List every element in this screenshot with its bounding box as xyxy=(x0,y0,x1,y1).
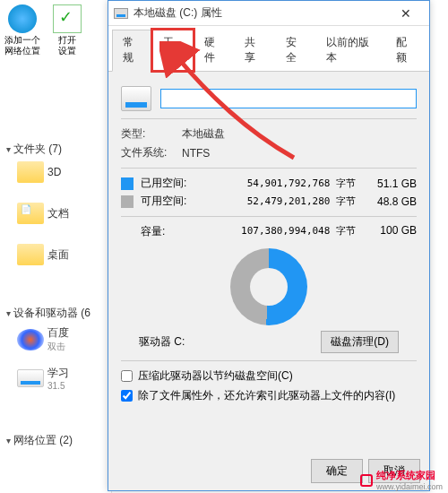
chevron-down-icon: ▾ xyxy=(6,308,11,318)
free-bytes: 52,479,201,280 字节 xyxy=(198,195,366,208)
used-human: 51.1 GB xyxy=(366,177,417,190)
capacity-human: 100 GB xyxy=(366,224,417,239)
folder-icon xyxy=(17,161,44,183)
add-network-location-button[interactable]: 添加一个 网络位置 xyxy=(0,0,45,63)
volume-name-input[interactable] xyxy=(160,89,417,108)
divider xyxy=(121,216,417,217)
chevron-down-icon: ▾ xyxy=(6,144,11,154)
network-location-section-header[interactable]: ▾网络位置 (2) xyxy=(4,430,108,451)
filesystem-label: 文件系统: xyxy=(121,145,182,160)
section-label: 文件夹 (7) xyxy=(13,142,62,157)
capacity-label: 容量: xyxy=(141,224,198,239)
tabstrip: 常规 工具 硬件 共享 安全 以前的版本 配额 xyxy=(108,26,429,72)
globe-plus-icon xyxy=(8,4,37,33)
watermark-url: www.yidaimei.com xyxy=(376,482,443,491)
drive-icon xyxy=(114,8,128,19)
tab-sharing[interactable]: 共享 xyxy=(234,30,274,71)
drive-icon xyxy=(17,369,44,387)
compress-checkbox[interactable] xyxy=(121,370,133,382)
free-swatch-icon xyxy=(121,195,134,208)
used-bytes: 54,901,792,768 字节 xyxy=(198,177,366,190)
divider xyxy=(121,168,417,169)
watermark-logo-icon xyxy=(360,474,373,487)
explorer-toolbar: 添加一个 网络位置 ✓ 打开 设置 xyxy=(0,0,112,63)
free-label: 可用空间: xyxy=(141,194,198,209)
divider xyxy=(121,360,417,361)
watermark: 纯净系统家园 www.yidaimei.com xyxy=(360,469,443,491)
drive-icon xyxy=(121,86,151,111)
usage-pie-chart xyxy=(230,248,307,325)
used-swatch-icon xyxy=(121,177,134,190)
list-item[interactable]: 学习31.5 xyxy=(4,364,108,393)
divider xyxy=(121,118,417,119)
free-human: 48.8 GB xyxy=(366,195,417,208)
disk-cleanup-button[interactable]: 磁盘清理(D) xyxy=(321,331,399,353)
filesystem-value: NTFS xyxy=(182,147,210,160)
drives-section-header[interactable]: ▾设备和驱动器 (6 xyxy=(4,303,108,324)
open-settings-button[interactable]: ✓ 打开 设置 xyxy=(45,0,90,63)
list-item[interactable]: 百度双击 xyxy=(4,324,108,355)
explorer-background: 添加一个 网络位置 ✓ 打开 设置 ▾文件夹 (7) 3D 📄文档 桌面 ▾设备… xyxy=(0,0,112,493)
capacity-bytes: 107,380,994,048 字节 xyxy=(198,224,366,239)
toolbar-label: 打开 设置 xyxy=(45,35,90,56)
index-checkbox[interactable] xyxy=(121,390,133,402)
watermark-brand: 纯净系统家园 xyxy=(376,469,443,482)
capacity-row: 容量: 107,380,994,048 字节 100 GB xyxy=(141,224,417,239)
toolbar-label: 添加一个 网络位置 xyxy=(0,35,45,56)
ok-button[interactable]: 确定 xyxy=(311,459,363,483)
drive-caption: 驱动器 C: xyxy=(139,334,185,350)
tab-previous-versions[interactable]: 以前的版本 xyxy=(315,30,385,71)
properties-dialog: 本地磁盘 (C:) 属性 ✕ 常规 工具 硬件 共享 安全 以前的版本 配额 类… xyxy=(108,0,430,491)
compress-label: 压缩此驱动器以节约磁盘空间(C) xyxy=(138,368,293,384)
chevron-down-icon: ▾ xyxy=(6,436,11,445)
tab-tools[interactable]: 工具 xyxy=(152,30,193,71)
close-button[interactable]: ✕ xyxy=(388,1,424,26)
folder-icon xyxy=(17,244,44,265)
type-label: 类型: xyxy=(121,126,182,142)
general-panel: 类型:本地磁盘 文件系统:NTFS 已用空间: 54,901,792,768 字… xyxy=(108,72,429,475)
window-title: 本地磁盘 (C:) 属性 xyxy=(134,5,388,21)
tab-hardware[interactable]: 硬件 xyxy=(194,30,234,71)
list-item[interactable]: 3D xyxy=(4,160,108,185)
used-space-row: 已用空间: 54,901,792,768 字节 51.1 GB xyxy=(121,176,417,191)
type-value: 本地磁盘 xyxy=(182,126,225,142)
compress-checkbox-row[interactable]: 压缩此驱动器以节约磁盘空间(C) xyxy=(121,368,417,384)
index-label: 除了文件属性外，还允许索引此驱动器上文件的内容(I) xyxy=(138,388,395,403)
baidu-netdisk-icon xyxy=(17,329,44,350)
section-label: 网络位置 (2) xyxy=(13,433,73,448)
tab-security[interactable]: 安全 xyxy=(275,30,315,71)
list-item[interactable]: 📄文档 xyxy=(4,201,108,226)
list-item[interactable]: 桌面 xyxy=(4,242,108,267)
folders-section-header[interactable]: ▾文件夹 (7) xyxy=(4,139,108,160)
free-space-row: 可用空间: 52,479,201,280 字节 48.8 GB xyxy=(121,194,417,209)
used-label: 已用空间: xyxy=(141,176,198,191)
titlebar[interactable]: 本地磁盘 (C:) 属性 ✕ xyxy=(108,1,429,26)
index-checkbox-row[interactable]: 除了文件属性外，还允许索引此驱动器上文件的内容(I) xyxy=(121,388,417,403)
tab-quota[interactable]: 配额 xyxy=(385,30,426,71)
folder-icon: 📄 xyxy=(17,203,44,224)
section-label: 设备和驱动器 (6 xyxy=(13,306,90,321)
settings-check-icon: ✓ xyxy=(53,4,82,33)
tab-general[interactable]: 常规 xyxy=(112,30,152,72)
